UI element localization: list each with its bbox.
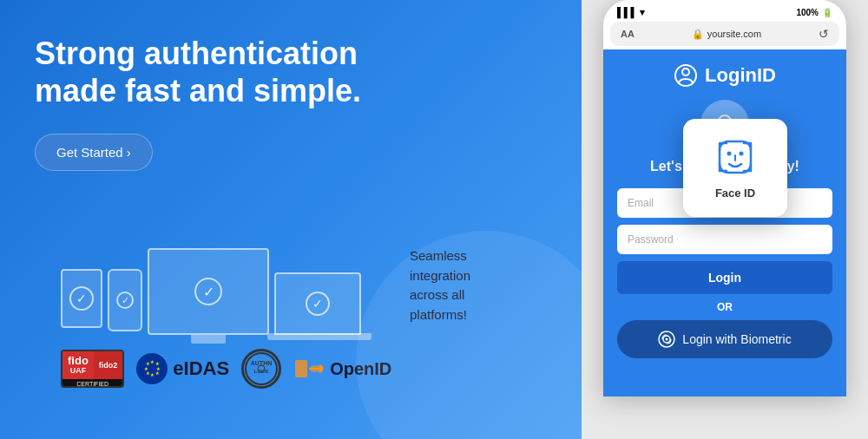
devices-area: ✓ ✓ ✓ ✓ Seamless integration across all … <box>61 246 521 335</box>
browser-aa: AA <box>621 29 635 39</box>
browser-url-area: 🔒 yoursite.com <box>692 29 761 40</box>
eu-flag-icon: ★ ★ ★ ★ ★ ★ ★ ★ <box>136 353 168 384</box>
device-tablet-small: ✓ <box>61 269 102 328</box>
right-panel: ▌▌▌ ▾ 100% 🔋 AA 🔒 yoursite.com ↺ <box>582 0 868 439</box>
eidas-label: eIDAS <box>173 357 229 380</box>
device-phone: ✓ <box>108 269 142 331</box>
faceid-label: Face ID <box>704 187 766 200</box>
svg-rect-13 <box>295 360 307 377</box>
loginid-title: LoginID <box>705 64 776 87</box>
biometric-login-button[interactable]: Login with Biometric <box>617 320 832 358</box>
check-icon-tablet: ✓ <box>69 286 94 311</box>
eidas-badge: ★ ★ ★ ★ ★ ★ ★ ★ eIDAS <box>136 353 229 384</box>
phone-mockup: ▌▌▌ ▾ 100% 🔋 AA 🔒 yoursite.com ↺ <box>603 0 846 396</box>
fido-badge: fido UAF fido2 CERTIFIED <box>61 350 124 388</box>
signal-icon: ▌▌▌ ▾ <box>617 7 645 18</box>
loginid-logo-icon <box>674 63 698 88</box>
badges-row: fido UAF fido2 CERTIFIED ★ ★ <box>61 342 521 396</box>
phone-status-bar: ▌▌▌ ▾ 100% 🔋 <box>603 0 846 22</box>
fingerprint-icon <box>658 331 675 348</box>
reload-button[interactable]: ↺ <box>819 27 829 41</box>
openid-badge: OpenID <box>293 353 391 384</box>
openid-icon <box>293 353 325 384</box>
seamless-text: Seamless integration across all platform… <box>410 246 521 324</box>
get-started-button[interactable]: Get Started › <box>35 134 153 171</box>
loginid-header: LoginID <box>617 63 832 88</box>
or-divider: OR <box>617 301 832 313</box>
devices-illustration: ✓ ✓ ✓ ✓ <box>61 248 361 335</box>
check-icon-monitor: ✓ <box>194 278 222 305</box>
svg-point-25 <box>727 152 732 156</box>
login-button[interactable]: Login <box>617 261 832 294</box>
device-laptop: ✓ <box>274 272 361 335</box>
fido-label: fido UAF <box>62 351 94 379</box>
authn-badge: AUTHN LOCK <box>241 349 281 389</box>
browser-bar[interactable]: AA 🔒 yoursite.com ↺ <box>610 22 839 46</box>
svg-point-23 <box>666 338 668 341</box>
faceid-icon <box>704 136 766 178</box>
battery-icon: 🔋 <box>822 8 832 17</box>
check-icon-laptop: ✓ <box>306 292 330 316</box>
hero-title: Strong authentication made fast and simp… <box>35 35 365 109</box>
app-content: LoginID Let's get you in safely! Email P… <box>603 49 846 396</box>
password-field[interactable]: Password <box>617 225 832 254</box>
check-icon-phone: ✓ <box>116 292 134 309</box>
url-text: yoursite.com <box>707 29 761 39</box>
battery-label: 100% <box>796 8 819 17</box>
svg-text:LOCK: LOCK <box>254 369 270 374</box>
left-panel: Strong authentication made fast and simp… <box>0 0 582 439</box>
svg-point-19 <box>682 69 689 75</box>
lock-icon: 🔒 <box>692 29 704 40</box>
status-icons: 100% 🔋 <box>796 8 832 17</box>
fido2-label: fido2 <box>94 351 123 379</box>
device-monitor: ✓ <box>148 248 269 335</box>
fido-certified: CERTIFIED <box>62 379 122 388</box>
openid-label: OpenID <box>330 359 391 379</box>
svg-point-26 <box>740 152 744 156</box>
biometric-button-label: Login with Biometric <box>682 332 791 346</box>
faceid-popup: Face ID <box>683 119 787 217</box>
